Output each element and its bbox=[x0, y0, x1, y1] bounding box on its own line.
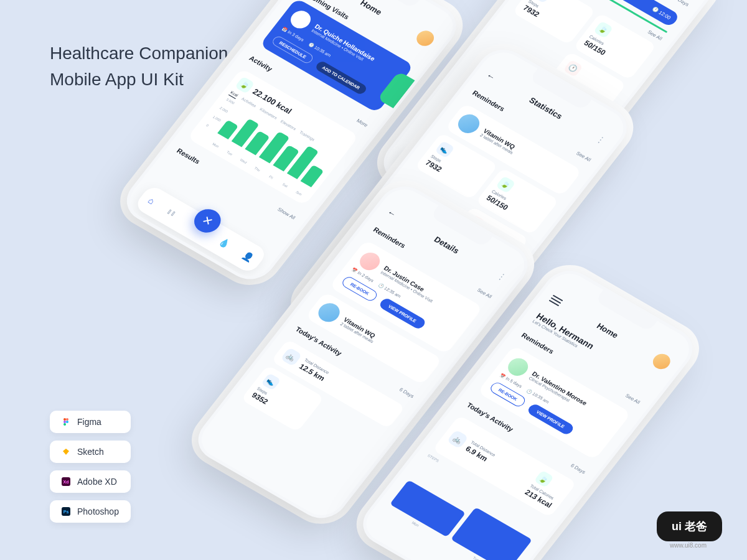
sketch-icon bbox=[61, 447, 71, 457]
more-link[interactable]: More bbox=[355, 118, 369, 128]
screen-title: Home bbox=[595, 321, 621, 340]
menu-icon[interactable] bbox=[549, 295, 563, 307]
shoe-icon: 👟 bbox=[435, 141, 455, 159]
more-icon[interactable]: ⋮ bbox=[495, 271, 509, 283]
nav-water-icon[interactable]: 💧 bbox=[217, 236, 233, 250]
doctor-avatar bbox=[356, 250, 384, 274]
avatar[interactable] bbox=[413, 28, 438, 49]
svg-point-0 bbox=[63, 418, 66, 421]
back-icon[interactable]: ← bbox=[385, 207, 399, 220]
nav-home-icon[interactable]: ⌂ bbox=[146, 195, 157, 206]
pill-icon bbox=[314, 300, 344, 325]
tool-xd: XdAdobe XD bbox=[50, 470, 131, 493]
leaf-icon: 🍃 bbox=[593, 21, 614, 39]
view-profile-button[interactable]: VIEW PROFILE bbox=[377, 297, 427, 330]
tool-label: Adobe XD bbox=[77, 477, 117, 487]
leaf-icon: 🍃 bbox=[534, 470, 555, 488]
more-icon[interactable]: ⋮ bbox=[594, 134, 608, 146]
xd-icon: Xd bbox=[61, 477, 71, 487]
nav-profile-icon[interactable]: 👤 bbox=[240, 250, 256, 263]
clock-icon: 🕐 bbox=[563, 60, 583, 78]
activity-card: 🍃22.100 kcal KcalActivitiesKilometersEle… bbox=[187, 68, 359, 205]
figma-icon bbox=[61, 417, 71, 427]
svg-text:Xd: Xd bbox=[63, 480, 69, 484]
screen-title: Details bbox=[433, 235, 461, 255]
svg-point-3 bbox=[66, 421, 68, 423]
svg-point-2 bbox=[63, 421, 66, 423]
distance-icon: 🚲 bbox=[280, 347, 303, 366]
reschedule-button[interactable]: RESCHEDULE bbox=[271, 35, 315, 65]
leaf-icon: 🍃 bbox=[496, 175, 516, 194]
shoe-icon: 👟 bbox=[261, 373, 281, 391]
ps-icon: Ps bbox=[61, 506, 71, 516]
svg-text:Ps: Ps bbox=[63, 510, 69, 514]
page-title: Healthcare Companion Mobile App UI Kit bbox=[50, 40, 228, 93]
tool-label: Sketch bbox=[77, 447, 104, 457]
view-profile-button[interactable]: VIEW PROFILE bbox=[526, 403, 576, 436]
tool-label: Photoshop bbox=[77, 506, 119, 516]
section-activity: Activity bbox=[248, 54, 274, 72]
watermark: ui 老爸 bbox=[657, 511, 722, 541]
tool-badges: Figma Sketch XdAdobe XD PsPhotoshop bbox=[50, 411, 131, 523]
section-results: Results bbox=[176, 147, 202, 165]
pill-icon bbox=[454, 111, 484, 136]
avatar[interactable] bbox=[649, 351, 674, 372]
leaf-icon: 🍃 bbox=[235, 76, 255, 94]
svg-point-1 bbox=[66, 418, 68, 421]
watermark-url: www.ui8.com bbox=[670, 542, 707, 549]
screen-title: Home bbox=[359, 0, 384, 17]
doctor-avatar bbox=[504, 355, 532, 379]
tool-sketch: Sketch bbox=[50, 441, 131, 463]
show-all-link[interactable]: Show All bbox=[276, 207, 296, 221]
doctor-avatar bbox=[287, 7, 315, 32]
distance-icon: 🚲 bbox=[446, 429, 469, 449]
clock-icon: 🕐 12:00 bbox=[651, 6, 672, 21]
tool-label: Figma bbox=[77, 417, 101, 427]
nav-stats-icon[interactable]: ⫾⫾ bbox=[165, 207, 179, 219]
back-icon[interactable]: ← bbox=[484, 70, 498, 83]
tool-ps: PsPhotoshop bbox=[50, 500, 131, 523]
svg-point-4 bbox=[63, 423, 66, 426]
